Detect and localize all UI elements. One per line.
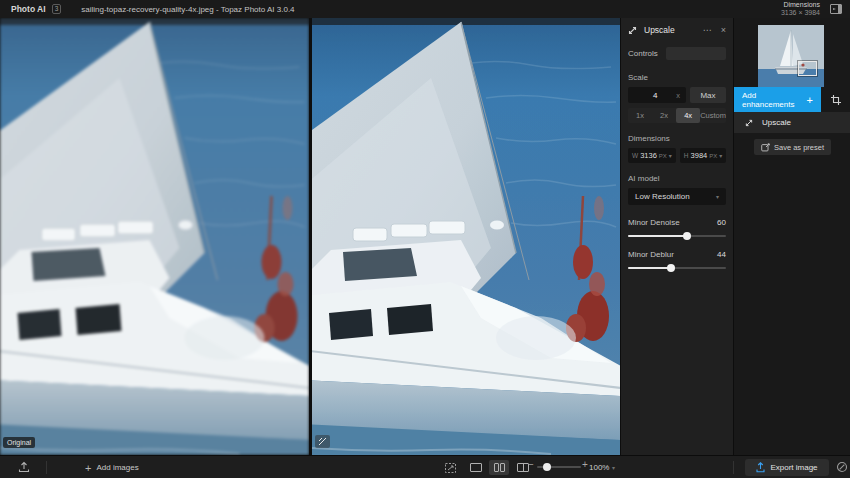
sparkle-icon <box>318 437 327 446</box>
open-files-icon[interactable] <box>18 461 30 473</box>
navigator-icon[interactable] <box>445 463 456 473</box>
original-image-pane[interactable]: Original <box>0 18 309 455</box>
scale-value-input[interactable]: 4 x <box>628 87 686 103</box>
chevron-down-icon: ▾ <box>669 152 672 159</box>
dimensions-section-label: Dimensions <box>628 134 726 143</box>
lens-icon[interactable] <box>836 461 848 473</box>
ai-model-section-label: AI model <box>628 174 726 183</box>
enhancement-item-upscale[interactable]: Upscale <box>734 112 850 133</box>
export-icon <box>756 462 765 473</box>
chevron-down-icon[interactable]: ▾ <box>612 464 615 471</box>
minor-deblur-label: Minor Deblur <box>628 250 717 259</box>
minor-denoise-value: 60 <box>717 218 726 227</box>
slider-handle[interactable] <box>683 232 691 240</box>
controls-value-box[interactable] <box>666 47 726 60</box>
image-thumbnail[interactable] <box>758 25 824 87</box>
zoom-in-button[interactable]: + <box>582 459 588 470</box>
version-badge: 3 <box>52 4 62 14</box>
image-dimensions: Dimensions 3136 × 3984 <box>781 1 820 17</box>
zoom-level-value[interactable]: 100% <box>589 463 609 472</box>
upscale-panel: Upscale ⋯ × Controls Scale 4 x Max 1x 2x… <box>620 18 733 455</box>
scale-option-custom[interactable]: Custom <box>700 108 726 123</box>
add-images-button[interactable]: + Add images <box>85 456 139 478</box>
titlebar: Photo AI 3 sailing-topaz-recovery-qualit… <box>0 0 850 18</box>
crop-icon <box>831 95 841 105</box>
scale-option-2x[interactable]: 2x <box>652 108 676 123</box>
save-preset-icon <box>761 143 770 152</box>
collapse-panel-icon[interactable] <box>830 4 842 14</box>
upscale-expand-icon <box>745 119 753 127</box>
zoom-region-indicator[interactable] <box>798 61 817 76</box>
zoom-slider[interactable] <box>537 466 581 468</box>
slider-handle[interactable] <box>667 264 675 272</box>
scale-option-1x[interactable]: 1x <box>628 108 652 123</box>
enhancements-sidebar: Add enhancements + Upscale Save as prese… <box>733 18 850 455</box>
plus-icon: + <box>85 462 91 474</box>
bottom-toolbar: + Add images − + 100% ▾ Export image <box>0 455 850 478</box>
crop-button[interactable] <box>821 87 850 112</box>
minor-deblur-value: 44 <box>717 250 726 259</box>
zoom-out-button[interactable]: − <box>528 459 534 470</box>
panel-title: Upscale <box>644 25 703 35</box>
upscale-expand-icon <box>628 26 637 35</box>
minor-denoise-slider[interactable] <box>628 235 726 237</box>
minor-denoise-label: Minor Denoise <box>628 218 717 227</box>
width-field[interactable]: W 3136 PX ▾ <box>628 148 676 163</box>
height-field[interactable]: H 3984 PX ▾ <box>680 148 726 163</box>
thumbnail-image <box>758 25 824 87</box>
single-view-button[interactable] <box>466 460 486 475</box>
panel-menu-icon[interactable]: ⋯ <box>703 25 713 35</box>
add-enhancements-button[interactable]: Add enhancements + <box>734 87 821 112</box>
minor-deblur-slider[interactable] <box>628 267 726 269</box>
scale-section-label: Scale <box>628 73 726 82</box>
scale-option-4x[interactable]: 4x <box>676 108 700 123</box>
comparison-canvas[interactable]: Original <box>0 18 620 455</box>
app-logo: Photo AI <box>11 4 46 14</box>
enhanced-preview-badge <box>315 435 330 448</box>
save-as-preset-button[interactable]: Save as preset <box>754 139 831 155</box>
original-label-badge: Original <box>3 437 35 448</box>
document-title: sailing-topaz-recovery-quality-4x.jpeg -… <box>81 5 294 14</box>
enhanced-image <box>312 18 620 455</box>
plus-icon: + <box>807 94 813 106</box>
export-image-button[interactable]: Export image <box>745 459 829 476</box>
scale-options: 1x 2x 4x Custom <box>628 108 726 123</box>
controls-tab-label[interactable]: Controls <box>628 49 666 58</box>
panel-close-icon[interactable]: × <box>721 25 726 35</box>
original-image <box>0 18 309 455</box>
enhanced-image-pane[interactable] <box>312 18 620 455</box>
scale-max-button[interactable]: Max <box>690 87 726 103</box>
chevron-down-icon: ▾ <box>719 152 722 159</box>
side-by-side-view-button[interactable] <box>489 460 509 475</box>
divider <box>46 461 47 474</box>
ai-model-dropdown[interactable]: Low Resolution ▾ <box>628 188 726 205</box>
zoom-slider-handle[interactable] <box>543 463 551 471</box>
chevron-down-icon: ▾ <box>716 193 719 200</box>
divider <box>733 461 734 474</box>
